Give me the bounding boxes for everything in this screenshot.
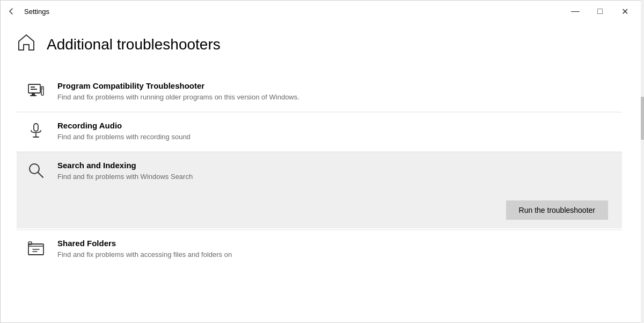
run-button-container: Run the troubleshooter — [25, 200, 613, 220]
scrollbar-thumb[interactable] — [641, 97, 644, 140]
back-button[interactable] — [7, 7, 16, 16]
main-panel: Additional troubleshooters Program Compa… — [1, 22, 643, 323]
search-item-row: Search and Indexing Find and fix problem… — [25, 161, 613, 182]
svg-line-12 — [38, 173, 43, 177]
item-text-folders: Shared Folders Find and fix problems wit… — [57, 239, 613, 260]
svg-rect-1 — [31, 87, 35, 88]
svg-rect-7 — [42, 89, 43, 90]
item-desc-search: Find and fix problems with Windows Searc… — [57, 172, 613, 182]
mic-icon — [25, 122, 47, 139]
minimize-button[interactable]: — — [563, 3, 588, 20]
item-text-compat: Program Compatibility Troubleshooter Fin… — [57, 81, 613, 102]
title-bar: Settings — □ ✕ — [1, 1, 643, 22]
item-title-compat: Program Compatibility Troubleshooter — [57, 81, 613, 90]
svg-rect-6 — [42, 88, 43, 89]
home-icon — [17, 33, 36, 56]
svg-rect-2 — [31, 89, 37, 90]
content-area: Additional troubleshooters Program Compa… — [1, 22, 643, 323]
item-desc-folders: Find and fix problems with accessing fil… — [57, 250, 613, 260]
window-controls: — □ ✕ — [563, 3, 637, 20]
list-item[interactable]: Program Compatibility Troubleshooter Fin… — [17, 73, 622, 111]
search-icon — [25, 162, 47, 179]
page-title: Additional troubleshooters — [47, 36, 221, 53]
list-item[interactable]: Shared Folders Find and fix problems wit… — [17, 230, 622, 268]
svg-rect-8 — [34, 124, 38, 131]
item-title-search: Search and Indexing — [57, 161, 613, 170]
svg-rect-4 — [30, 95, 36, 96]
item-desc-audio: Find and fix problems with recording sou… — [57, 132, 613, 142]
title-bar-left: Settings — [7, 7, 49, 16]
item-text-audio: Recording Audio Find and fix problems wi… — [57, 121, 613, 142]
item-title-audio: Recording Audio — [57, 121, 613, 130]
list-item[interactable]: Search and Indexing Find and fix problem… — [17, 152, 622, 228]
run-troubleshooter-button[interactable]: Run the troubleshooter — [506, 200, 608, 220]
folder-icon — [25, 240, 47, 257]
svg-rect-14 — [28, 242, 32, 245]
list-item[interactable]: Recording Audio Find and fix problems wi… — [17, 112, 622, 150]
item-text-search: Search and Indexing Find and fix problem… — [57, 161, 613, 182]
scrollbar[interactable] — [641, 0, 644, 323]
compat-icon — [25, 82, 47, 99]
restore-button[interactable]: □ — [588, 3, 612, 20]
window-title: Settings — [24, 8, 49, 16]
item-desc-compat: Find and fix problems with running older… — [57, 92, 613, 102]
item-title-folders: Shared Folders — [57, 239, 613, 248]
close-button[interactable]: ✕ — [612, 3, 637, 20]
page-header: Additional troubleshooters — [17, 33, 622, 56]
svg-rect-3 — [32, 93, 35, 95]
